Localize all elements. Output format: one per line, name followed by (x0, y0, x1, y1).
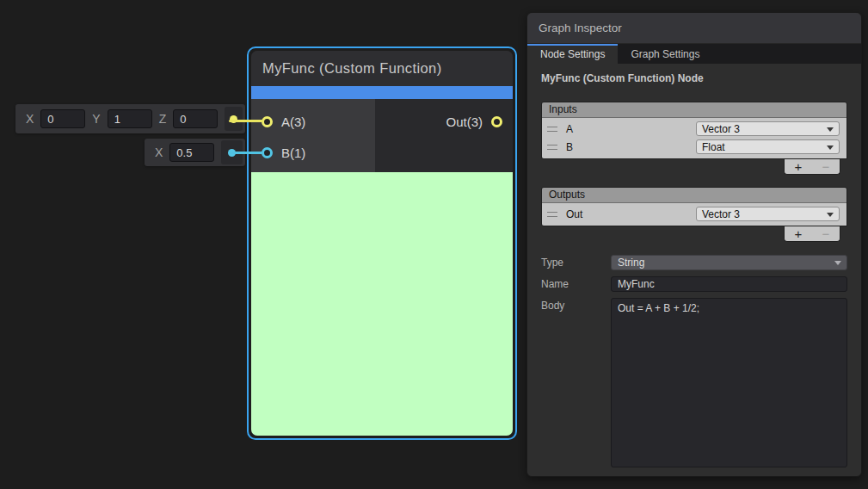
name-row: Name (541, 276, 847, 292)
edge-vector3-to-a[interactable] (229, 120, 264, 122)
node-accent-bar (251, 86, 513, 99)
inspector-tabs: Node Settings Graph Settings (527, 44, 861, 64)
input-b-type-dropdown[interactable]: Float (696, 139, 840, 154)
port-row-b: B(1) (251, 137, 375, 168)
body-field[interactable]: Out = A + B + 1/2; (611, 298, 847, 467)
drag-handle-icon[interactable] (547, 145, 557, 150)
remove-output-button[interactable]: − (822, 227, 830, 241)
chevron-down-icon (827, 127, 834, 132)
custom-function-node[interactable]: MyFunc (Custom Function) A(3) B(1) (247, 46, 517, 440)
output-port-out-label: Out(3) (446, 115, 483, 129)
name-field[interactable] (611, 276, 847, 292)
port-row-a: A(3) (251, 106, 375, 137)
node-title-bar[interactable]: MyFunc (Custom Function) (251, 51, 513, 86)
body-label: Body (541, 298, 611, 467)
y-axis-label: Y (92, 112, 100, 126)
x-axis-label: X (155, 145, 163, 159)
input-a-type-dropdown[interactable]: Vector 3 (696, 121, 840, 136)
output-out-type-dropdown[interactable]: Vector 3 (696, 207, 840, 221)
float-x-field[interactable] (169, 143, 214, 162)
vector3-output-port[interactable] (225, 107, 243, 131)
outputs-section: Outputs Out Vector 3 + (541, 187, 847, 242)
outputs-list-footer: + − (784, 226, 840, 242)
type-label: Type (541, 255, 611, 270)
function-properties: Type String Name Body Out = A + B + 1/2; (541, 255, 847, 467)
graph-inspector-title: Graph Inspector (539, 22, 622, 34)
input-a-type-value: Vector 3 (702, 123, 740, 135)
type-value: String (618, 257, 644, 269)
port-row-out: Out(3) (375, 106, 513, 137)
custom-function-node-body: MyFunc (Custom Function) A(3) B(1) (251, 51, 513, 436)
type-dropdown[interactable]: String (611, 255, 847, 270)
outputs-list-body: Out Vector 3 (542, 203, 846, 226)
output-port-out-icon[interactable] (491, 116, 502, 127)
tab-node-settings-label: Node Settings (540, 48, 605, 60)
input-name: B (566, 141, 573, 153)
name-label: Name (541, 276, 611, 292)
vector3-z-field[interactable] (173, 109, 218, 128)
output-out-type-value: Vector 3 (702, 208, 740, 220)
edge-float-to-b[interactable] (229, 152, 264, 154)
inputs-section: Inputs A Vector 3 B (541, 102, 847, 175)
shader-graph-canvas[interactable]: X Y Z X MyFunc (Custom Function) (0, 0, 868, 489)
node-title: MyFunc (Custom Function) (262, 60, 442, 77)
input-name: A (566, 123, 573, 135)
z-axis-label: Z (159, 112, 167, 126)
inputs-list-body: A Vector 3 B Float (542, 118, 846, 158)
body-row: Body Out = A + B + 1/2; (541, 298, 847, 467)
node-ports: A(3) B(1) Out(3) (251, 99, 513, 172)
node-preview (251, 172, 513, 436)
vector3-input-node[interactable]: X Y Z (15, 104, 245, 133)
output-ports: Out(3) (375, 99, 513, 172)
x-axis-label: X (26, 112, 34, 126)
drag-handle-icon[interactable] (547, 127, 557, 132)
inspected-node-heading: MyFunc (Custom Function) Node (541, 72, 847, 84)
inputs-list-footer: + − (784, 159, 840, 175)
outputs-list: Outputs Out Vector 3 (541, 187, 847, 226)
chevron-down-icon (827, 213, 834, 217)
tab-node-settings[interactable]: Node Settings (527, 44, 618, 64)
outputs-list-header: Outputs (542, 188, 846, 203)
input-port-a-label: A(3) (281, 115, 305, 129)
output-name: Out (566, 208, 582, 220)
graph-inspector-title-bar[interactable]: Graph Inspector (527, 13, 861, 44)
inspector-content: MyFunc (Custom Function) Node Inputs A V… (527, 72, 861, 467)
type-row: Type String (541, 255, 847, 270)
input-ports: A(3) B(1) (251, 99, 375, 172)
graph-inspector-panel: Graph Inspector Node Settings Graph Sett… (526, 12, 862, 477)
input-b-type-value: Float (702, 141, 725, 153)
tab-graph-settings[interactable]: Graph Settings (618, 44, 712, 64)
vector3-y-field[interactable] (108, 109, 152, 128)
outputs-row-out[interactable]: Out Vector 3 (542, 205, 846, 223)
add-output-button[interactable]: + (795, 227, 803, 241)
inputs-list-header: Inputs (542, 102, 846, 118)
chevron-down-icon (834, 261, 841, 265)
chevron-down-icon (827, 145, 834, 150)
tab-graph-settings-label: Graph Settings (631, 48, 699, 60)
input-port-b-label: B(1) (281, 145, 305, 160)
inputs-list: Inputs A Vector 3 B (541, 102, 847, 159)
add-input-button[interactable]: + (795, 160, 803, 174)
vector3-x-field[interactable] (40, 109, 85, 128)
remove-input-button[interactable]: − (822, 160, 830, 174)
inputs-row-a[interactable]: A Vector 3 (542, 120, 846, 138)
inputs-row-b[interactable]: B Float (542, 138, 846, 156)
drag-handle-icon[interactable] (547, 212, 557, 217)
